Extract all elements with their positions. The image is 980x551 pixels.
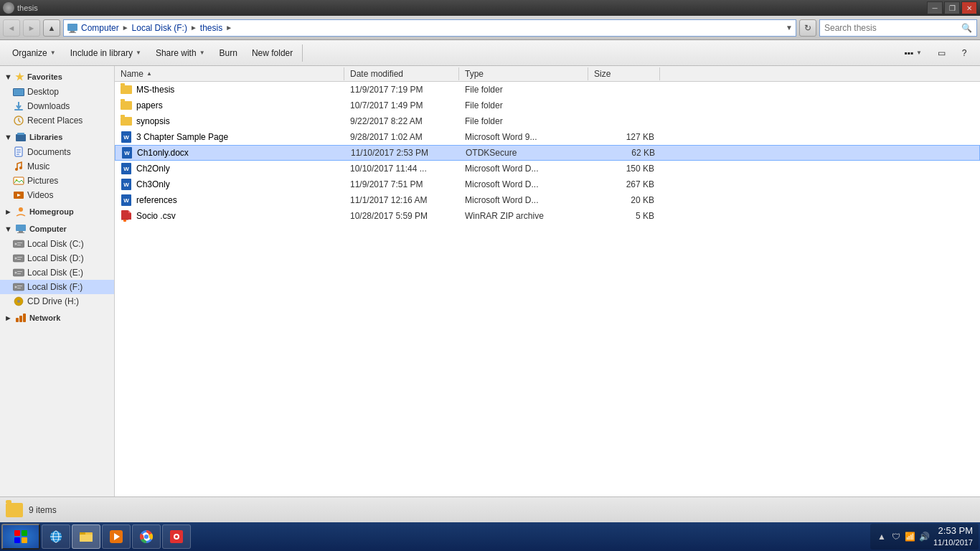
table-row[interactable]: W Ch3Only 11/9/2017 7:51 PM Microsoft Wo… [115,176,980,192]
organize-button[interactable]: Organize ▼ [6,43,62,63]
col-header-size[interactable]: Size [588,67,660,80]
homegroup-header[interactable]: ► Homegroup [0,204,114,220]
col-header-type[interactable]: Type [459,67,588,80]
sidebar-item-desktop[interactable]: Desktop [0,85,114,99]
help-button[interactable]: ? [954,43,974,63]
burn-button[interactable]: Burn [213,43,244,63]
sidebar-item-drive-e[interactable]: Local Disk (E:) [0,265,114,280]
file-type-cell: Microsoft Word D... [459,194,588,207]
taskbar-explorer-button[interactable] [72,524,100,549]
table-row[interactable]: MS-thesis 11/9/2017 7:19 PM File folder [115,82,980,98]
svg-point-38 [17,300,20,303]
sidebar-item-recent-places[interactable]: Recent Places [0,113,114,128]
col-header-name[interactable]: Name ▲ [115,67,344,80]
sidebar-item-pictures[interactable]: Pictures [0,174,114,188]
file-type-cell: Microsoft Word 9... [459,131,588,143]
titlebar-controls: ─ ❐ ✕ [927,1,977,14]
file-size-cell: 62 KB [589,146,661,159]
col-header-date[interactable]: Date modified [344,67,459,80]
back-button[interactable]: ◄ [3,19,20,37]
favorites-label: Favorites [27,72,62,81]
up-folder-button[interactable]: ▲ [43,19,60,37]
libraries-header[interactable]: ▼ Libraries [0,129,114,145]
new-folder-label: New folder [252,48,293,58]
sidebar-item-drive-d[interactable]: Local Disk (D:) [0,251,114,265]
taskbar-paint-button[interactable] [162,524,191,549]
search-box[interactable]: 🔍 [819,19,977,37]
table-row[interactable]: W Ch1only.docx 11/10/2017 2:53 PM OTDKSe… [115,145,980,161]
file-size-cell [588,120,660,123]
start-button[interactable] [1,524,40,550]
svg-point-63 [144,534,149,539]
preview-pane-button[interactable]: ▭ [931,43,951,63]
file-name-cell: W 3 Chapter Sample Page [115,130,344,144]
table-row[interactable]: papers 10/7/2017 1:49 PM File folder [115,98,980,113]
minimize-button[interactable]: ─ [927,1,943,14]
views-arrow: ▼ [916,50,922,56]
systray-network-icon[interactable]: 📶 [905,531,916,542]
sidebar-item-music[interactable]: Music [0,159,114,174]
crumb-computer[interactable]: Computer [81,23,119,33]
file-type-icon [121,100,132,111]
file-name-cell: W Ch1only.docx [116,146,345,160]
sidebar-item-drive-f[interactable]: Local Disk (F:) [0,280,114,294]
taskbar-ie-button[interactable] [42,524,70,549]
views-button[interactable]: ▪▪▪ ▼ [897,43,928,63]
crumb-thesis[interactable]: thesis [200,23,222,33]
forward-button[interactable]: ► [23,19,40,37]
favorites-section: ▼ ★ Favorites Desktop Downloads [0,69,114,128]
table-row[interactable]: W 3 Chapter Sample Page 9/28/2017 1:02 A… [115,129,980,145]
share-with-button[interactable]: Share with ▼ [149,43,212,63]
file-name-cell: synopsis [115,114,344,128]
crumb-disk[interactable]: Local Disk (F:) [132,23,187,33]
systray-volume-icon[interactable]: 🔊 [919,531,930,542]
sidebar-item-drive-c[interactable]: Local Disk (C:) [0,237,114,251]
favorites-header[interactable]: ▼ ★ Favorites [0,69,114,85]
table-row[interactable]: W Ch2Only 10/10/2017 11:44 ... Microsoft… [115,161,980,176]
include-library-button[interactable]: Include in library ▼ [64,43,148,63]
sidebar-item-drive-h[interactable]: CD Drive (H:) [0,294,114,309]
svg-rect-3 [14,109,23,110]
taskbar-media-button[interactable] [102,524,131,549]
sidebar-item-downloads[interactable]: Downloads [0,99,114,113]
status-count: 9 items [29,505,57,515]
close-button[interactable]: ✕ [961,1,977,14]
pictures-label: Pictures [27,176,58,186]
file-name-cell: W references [115,193,344,207]
file-type-cell: Microsoft Word D... [459,162,588,175]
file-type-cell: File folder [459,83,588,96]
file-rows-container: MS-thesis 11/9/2017 7:19 PM File folder … [115,82,980,224]
drive-f-label: Local Disk (F:) [27,282,83,292]
network-header[interactable]: ► Network [0,310,114,326]
homegroup-section: ► Homegroup [0,204,114,220]
restore-button[interactable]: ❐ [944,1,960,14]
file-date-cell: 11/9/2017 7:19 PM [344,83,459,96]
drive-e-label: Local Disk (E:) [27,268,83,278]
search-input[interactable] [824,23,958,33]
svg-rect-46 [123,220,126,222]
sidebar-item-videos[interactable]: Videos [0,188,114,202]
music-label: Music [27,161,50,171]
table-row[interactable]: synopsis 9/22/2017 8:22 AM File folder [115,113,980,129]
table-row[interactable]: Socio .csv 10/28/2017 5:59 PM WinRAR ZIP… [115,208,980,224]
address-dropdown-button[interactable]: ▼ [786,24,793,32]
main-area: ▼ ★ Favorites Desktop Downloads [0,66,980,496]
svg-point-30 [15,272,17,274]
file-name: Ch1only.docx [137,148,189,158]
computer-header[interactable]: ▼ Computer [0,221,114,237]
file-name-cell: Socio .csv [115,209,344,223]
taskbar-chrome-button[interactable] [132,524,161,549]
sidebar-item-documents[interactable]: Documents [0,145,114,159]
statusbar: 9 items [0,496,980,522]
star-icon: ★ [15,71,24,83]
new-folder-button[interactable]: New folder [245,43,299,63]
file-name-cell: W Ch3Only [115,177,344,192]
refresh-button[interactable]: ↻ [799,19,816,37]
svg-rect-18 [16,225,26,231]
table-row[interactable]: W references 11/1/2017 12:16 AM Microsof… [115,192,980,208]
systray-expand-icon[interactable]: ▲ [876,531,887,542]
file-size-cell: 150 KB [588,162,660,175]
clock[interactable]: 2:53 PM 11/10/2017 [933,524,973,549]
address-box[interactable]: Computer ► Local Disk (F:) ► thesis ► ▼ [63,19,796,37]
svg-rect-36 [17,288,21,288]
